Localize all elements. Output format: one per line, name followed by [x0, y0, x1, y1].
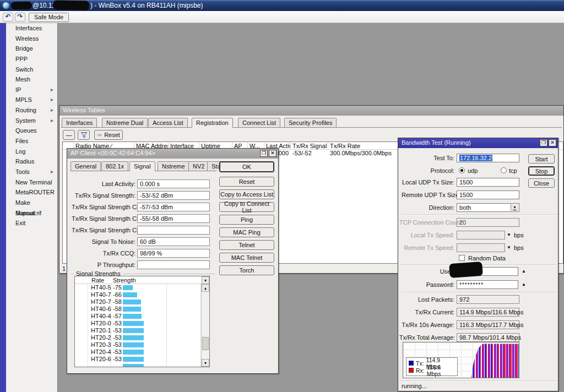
protocol-tcp-radio[interactable] — [501, 167, 507, 173]
protocol-udp-option[interactable]: udp — [468, 167, 478, 174]
sidebar-item-bridge[interactable]: Bridge — [6, 43, 57, 54]
password-input[interactable]: ********* — [457, 280, 518, 289]
signal-row[interactable]: HT20-0-53 — [75, 320, 201, 327]
sidebar-item-switch[interactable]: Switch — [6, 64, 57, 75]
expand-up-icon[interactable]: ▲ — [522, 267, 526, 276]
reset-button[interactable]: ≔ Reset — [94, 130, 123, 140]
wireless-tables-titlebar[interactable]: Wireless Tables — [59, 106, 563, 116]
sidebar-item-radius[interactable]: Radius — [6, 156, 57, 167]
sidebar-item-exit[interactable]: Exit — [6, 218, 57, 228]
signal-row[interactable]: HT40-7-66 — [75, 291, 201, 298]
stop-button[interactable]: Stop — [528, 166, 555, 176]
sidebar-item-mpls[interactable]: MPLS▸ — [6, 95, 57, 105]
tab-nstreme-dual[interactable]: Nstreme Dual — [102, 118, 148, 127]
expand-up-icon[interactable]: ▲ — [522, 280, 526, 289]
ok-button[interactable]: OK — [219, 161, 274, 172]
signal-row[interactable]: HT40-5-75 — [75, 284, 201, 291]
safe-mode-button[interactable]: Safe Mode — [29, 13, 69, 22]
col-rate[interactable]: Rate — [91, 276, 104, 284]
signal-row[interactable]: HT20-2-53 — [75, 334, 201, 341]
redo-icon[interactable]: ↷ — [15, 13, 25, 21]
protocol-tcp-option[interactable]: tcp — [509, 167, 517, 174]
sidebar-item-label: Exit — [15, 220, 25, 226]
sidebar-item-tools[interactable]: Tools▸ — [6, 167, 57, 177]
random-data-label[interactable]: Random Data — [468, 255, 506, 262]
winbox-app-icon — [2, 2, 10, 9]
filter-button[interactable] — [78, 130, 90, 140]
signal-row[interactable]: HT20-1-53 — [75, 327, 201, 334]
ap-tab-general[interactable]: General — [70, 161, 101, 171]
sidebar-item-make-supout-rif[interactable]: Make Supout.rif — [6, 198, 57, 208]
ap-client-titlebar[interactable]: AP Client <00:0C:42:64:C4:94> ❐ ✕ — [67, 149, 278, 159]
sidebar-item-ppp[interactable]: PPP — [6, 54, 57, 64]
tab-registration[interactable]: Registration — [192, 118, 233, 128]
signal-rate: HT20-3 — [91, 341, 111, 349]
stat-value-text: 98.7 Mbps/101.4 Mbps — [459, 334, 521, 341]
signal-table-scrollbar[interactable]: ▲ ▼ — [201, 284, 209, 367]
tx-color-swatch — [409, 361, 414, 366]
ap-tab-nv2[interactable]: NV2 — [188, 161, 209, 171]
ap-field-label: Last Activity: — [72, 179, 135, 188]
ap-tab-802-1x[interactable]: 802.1x — [101, 161, 128, 171]
ping-button[interactable]: Ping — [219, 215, 274, 225]
random-data-checkbox[interactable] — [459, 255, 465, 261]
protocol-udp-radio[interactable] — [459, 167, 465, 173]
signal-row[interactable]: HT20-6-53 — [75, 356, 201, 363]
tab-interfaces[interactable]: Interfaces — [62, 118, 97, 127]
close-icon[interactable]: ✕ — [269, 150, 276, 157]
ap-field-value-5: 60 dB — [137, 237, 210, 246]
sidebar-item-ip[interactable]: IP▸ — [6, 85, 57, 95]
sidebar-item-queues[interactable]: Queues — [6, 126, 57, 136]
signal-row-partial[interactable] — [75, 363, 201, 367]
signal-row[interactable]: HT40-6-58 — [75, 306, 201, 313]
sidebar-item-manual[interactable]: Manual — [6, 208, 57, 219]
ap-tab-signal[interactable]: Signal — [129, 161, 155, 171]
col-strength[interactable]: Strength — [113, 276, 136, 284]
sidebar-item-routing[interactable]: Routing▸ — [6, 105, 57, 116]
start-button[interactable]: Start — [528, 154, 555, 164]
test-to-input[interactable]: 172.16.32.2 — [457, 154, 519, 162]
torch-button[interactable]: Torch — [219, 265, 274, 275]
sidebar-item-wireless[interactable]: Wireless — [6, 34, 57, 44]
stat-label-3: Tx/Rx Total Average: — [399, 333, 454, 342]
close-button[interactable]: Close — [528, 178, 555, 188]
tab-access-list[interactable]: Access List — [148, 118, 188, 127]
mac-ping-button[interactable]: MAC Ping — [219, 227, 274, 237]
sidebar-item-system[interactable]: System▸ — [6, 116, 57, 126]
scroll-down-icon[interactable]: ▼ — [202, 359, 209, 367]
tab-security-profiles[interactable]: Security Profiles — [284, 118, 337, 127]
column-select-icon[interactable]: ▼ — [202, 276, 209, 284]
local-udp-input[interactable]: 1500 — [457, 178, 519, 187]
restore-icon[interactable]: ❐ — [540, 139, 547, 146]
tcp-count-label: TCP Connection Count: — [399, 218, 454, 227]
tab-connect-list[interactable]: Connect List — [238, 118, 280, 127]
sidebar-item-new-terminal[interactable]: New Terminal — [6, 177, 57, 188]
close-icon[interactable]: ✕ — [549, 139, 556, 146]
remove-button[interactable]: — — [63, 130, 75, 140]
scroll-up-icon[interactable]: ▲ — [202, 284, 209, 292]
signal-row[interactable]: HT20-3-53 — [75, 341, 201, 349]
remote-udp-input[interactable]: 1500 — [457, 190, 519, 199]
scrollbar-thumb[interactable] — [202, 337, 209, 350]
header-tx-rx-signal-[interactable]: Tx/Rx Signal ... — [291, 142, 328, 150]
sidebar-item-mesh[interactable]: Mesh — [6, 74, 57, 85]
dropdown-icon[interactable]: ▼ — [511, 204, 518, 211]
sidebar-item-interfaces[interactable]: Interfaces — [6, 23, 57, 34]
submenu-arrow-icon: ▸ — [51, 85, 53, 95]
sidebar-item-log[interactable]: Log — [6, 146, 57, 157]
copy-to-access-list-button[interactable]: Copy to Access List — [219, 189, 274, 199]
mac-telnet-button[interactable]: MAC Telnet — [219, 253, 274, 263]
bandwidth-test-titlebar[interactable]: Bandwidth Test (Running) ❐ ✕ — [398, 138, 558, 148]
restore-icon[interactable]: ❐ — [260, 150, 268, 157]
signal-row[interactable]: HT20-7-58 — [75, 298, 201, 306]
telnet-button[interactable]: Telnet — [219, 240, 274, 250]
direction-combo[interactable]: both ▼ — [457, 203, 519, 212]
copy-to-connect-list-button[interactable]: Copy to Connect List — [219, 202, 274, 212]
undo-icon[interactable]: ↶ — [3, 13, 13, 21]
reset-button[interactable]: Reset — [219, 177, 274, 187]
ap-tab-nstreme[interactable]: Nstreme — [158, 161, 189, 171]
sidebar-item-files[interactable]: Files — [6, 136, 57, 146]
signal-row[interactable]: HT20-4-53 — [75, 349, 201, 356]
sidebar-item-metarouter[interactable]: MetaROUTER — [6, 187, 57, 198]
signal-row[interactable]: HT40-4-57 — [75, 313, 201, 320]
